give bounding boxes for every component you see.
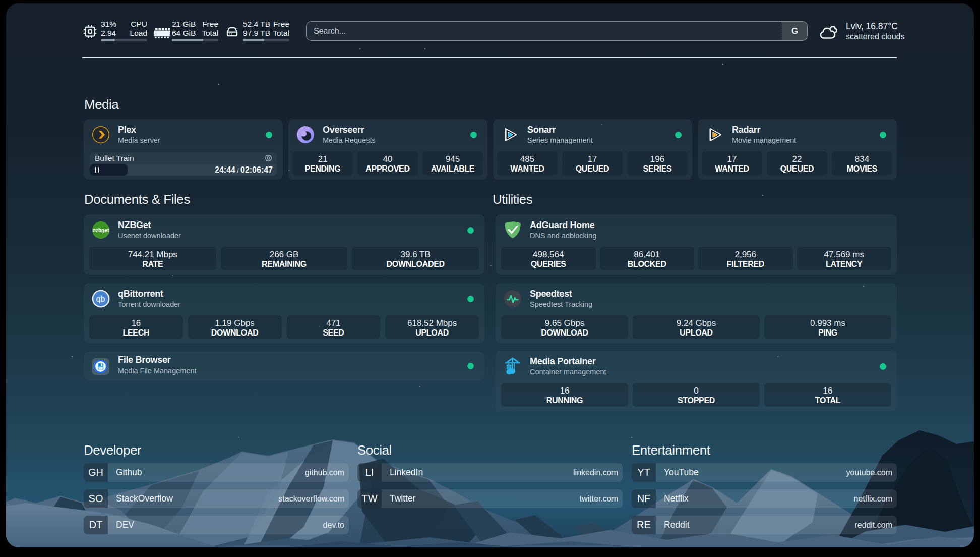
svg-text:qb: qb [96,295,105,303]
svg-text:nzbget: nzbget [93,228,109,233]
